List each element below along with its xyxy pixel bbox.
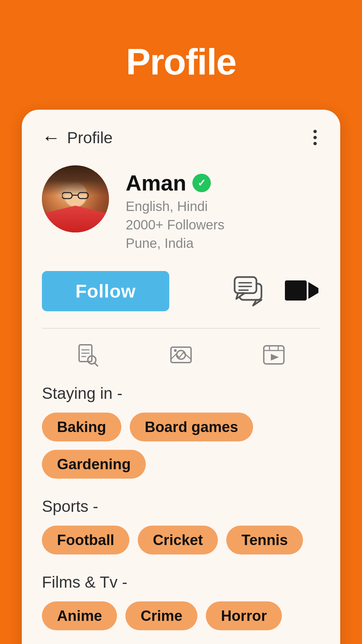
user-name: Aman <box>126 170 186 196</box>
tag-crime[interactable]: Crime <box>125 601 197 630</box>
video-call-button[interactable] <box>283 275 320 307</box>
more-menu-button[interactable] <box>310 126 320 149</box>
video-icon <box>283 275 320 306</box>
svg-rect-23 <box>264 346 284 364</box>
action-row: Follow <box>42 271 320 311</box>
follow-button[interactable]: Follow <box>42 271 169 311</box>
tag-board-games[interactable]: Board games <box>130 413 253 441</box>
tag-tennis[interactable]: Tennis <box>226 526 303 554</box>
films-tv-tags: Anime Crime Horror <box>42 601 320 630</box>
svg-marker-27 <box>271 354 279 361</box>
sports-section: Sports - Football Cricket Tennis <box>42 497 320 554</box>
search-doc-icon <box>76 343 100 367</box>
profile-section: Aman ✓ English, Hindi 2000+ Followers Pu… <box>42 165 320 251</box>
user-location: Pune, India <box>126 236 225 251</box>
tag-baking[interactable]: Baking <box>42 413 121 441</box>
photo-icon <box>169 343 193 367</box>
films-tv-section: Films & Tv - Anime Crime Horror <box>42 573 320 630</box>
sports-label: Sports - <box>42 497 320 516</box>
svg-rect-12 <box>285 280 307 301</box>
photo-tab[interactable] <box>168 342 193 367</box>
staying-in-label: Staying in - <box>42 384 320 402</box>
card-title: Profile <box>67 128 113 147</box>
back-button[interactable]: ← <box>42 127 60 148</box>
user-languages: English, Hindi <box>126 199 225 214</box>
tag-football[interactable]: Football <box>42 526 129 554</box>
svg-marker-13 <box>308 282 318 299</box>
page-title: Profile <box>126 40 236 83</box>
tag-horror[interactable]: Horror <box>206 601 282 630</box>
profile-info: Aman ✓ English, Hindi 2000+ Followers Pu… <box>126 165 225 251</box>
user-followers: 2000+ Followers <box>126 217 225 232</box>
chat-icon <box>233 274 270 307</box>
video-reel-tab[interactable] <box>261 342 286 367</box>
tag-cricket[interactable]: Cricket <box>138 526 218 554</box>
tag-gardening[interactable]: Gardening <box>42 450 146 479</box>
svg-point-22 <box>174 349 177 352</box>
tag-anime[interactable]: Anime <box>42 601 117 630</box>
staying-in-tags: Baking Board games Gardening <box>42 413 320 479</box>
tab-row <box>42 342 320 367</box>
svg-line-19 <box>95 363 98 366</box>
verified-badge: ✓ <box>192 174 211 192</box>
profile-card: ← Profile Aman <box>22 110 340 644</box>
svg-rect-0 <box>62 193 72 199</box>
films-tv-label: Films & Tv - <box>42 573 320 591</box>
card-topbar: ← Profile <box>42 126 320 149</box>
staying-in-section: Staying in - Baking Board games Gardenin… <box>42 384 320 479</box>
chat-button[interactable] <box>233 274 270 309</box>
divider <box>42 328 320 329</box>
avatar <box>42 165 109 232</box>
sports-tags: Football Cricket Tennis <box>42 526 320 554</box>
svg-rect-1 <box>78 193 88 199</box>
svg-marker-6 <box>253 300 261 306</box>
search-doc-tab[interactable] <box>76 342 101 367</box>
video-reel-icon <box>262 343 286 367</box>
